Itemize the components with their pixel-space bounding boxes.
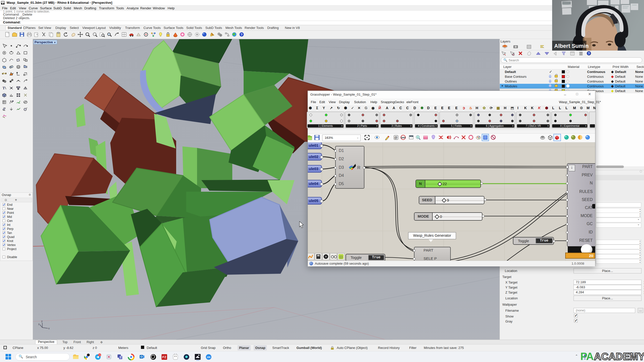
svg-text:O: O [140,355,143,358]
svg-text:zm: zm [207,356,210,358]
svg-text:y: y [41,320,43,323]
svg-text:{;}: {;} [339,255,342,259]
svg-text:T: T [120,356,122,359]
svg-text:z: z [38,323,40,326]
svg-text:FZ: FZ [162,355,166,359]
svg-text:GHA: GHA [401,136,406,139]
svg-text:70: 70 [99,354,101,356]
svg-text:Albert Sumin: Albert Sumin [554,43,589,49]
svg-text:T: T [3,86,5,90]
svg-text:?: ? [588,52,590,55]
svg-text:x: x [48,327,50,330]
svg-text:?: ? [241,33,243,36]
svg-text:S: S [417,136,418,138]
svg-text:@: @ [394,136,397,139]
